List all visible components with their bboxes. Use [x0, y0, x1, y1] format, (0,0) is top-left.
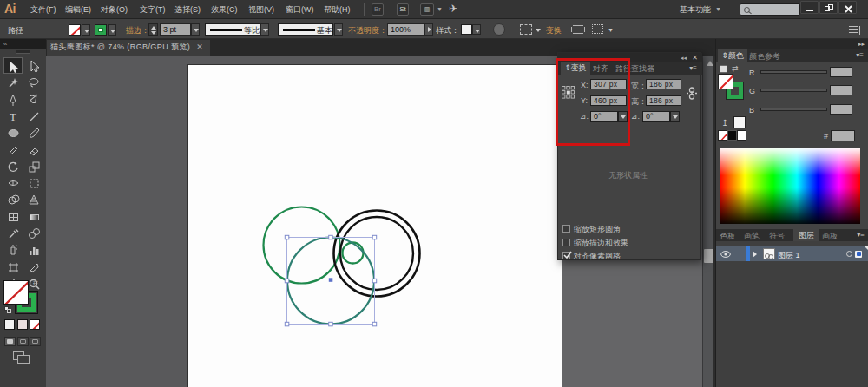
svg-text:T: T — [10, 110, 16, 123]
